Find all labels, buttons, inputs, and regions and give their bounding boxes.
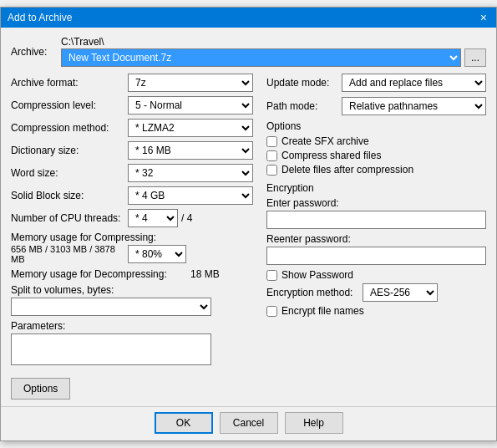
dialog-title: Add to Archive: [8, 12, 72, 23]
archive-format-select[interactable]: 7z zip tar gz: [128, 74, 253, 92]
create-sfx-label[interactable]: Create SFX archive: [281, 135, 369, 147]
memory-decompress-row: Memory usage for Decompressing: 18 MB: [11, 268, 253, 280]
title-bar: Add to Archive ×: [1, 8, 496, 28]
show-password-row: Show Password: [266, 269, 486, 281]
compression-level-row: Compression level: 5 - Normal: [11, 96, 253, 115]
archive-label: Archive:: [11, 46, 61, 58]
update-mode-label: Update mode:: [266, 77, 342, 89]
options-group-label: Options: [266, 120, 486, 132]
solid-block-label: Solid Block size:: [11, 190, 128, 201]
main-columns: Archive format: 7z zip tar gz Compressio…: [11, 74, 486, 400]
show-password-label[interactable]: Show Password: [281, 269, 353, 281]
encryption-group: Encryption Enter password: Reenter passw…: [266, 182, 486, 317]
path-mode-label: Path mode:: [266, 100, 342, 112]
compression-level-label: Compression level:: [11, 99, 128, 111]
delete-after-checkbox[interactable]: [266, 165, 277, 176]
update-mode-row: Update mode: Add and replace files Updat…: [266, 74, 486, 92]
create-sfx-checkbox[interactable]: [266, 136, 277, 147]
encryption-method-label: Encryption method:: [266, 287, 358, 298]
encryption-method-row: Encryption method: AES-256 ZipCrypto: [266, 283, 486, 302]
word-size-label: Word size:: [11, 167, 128, 179]
right-column: Update mode: Add and replace files Updat…: [266, 74, 486, 400]
compress-shared-checkbox[interactable]: [266, 150, 277, 161]
archive-format-label: Archive format:: [11, 77, 128, 89]
compression-method-label: Compression method:: [11, 122, 128, 134]
encrypt-filenames-label[interactable]: Encrypt file names: [281, 305, 364, 317]
compression-method-select[interactable]: * LZMA2: [128, 119, 253, 137]
word-size-select[interactable]: * 32: [128, 164, 253, 182]
add-to-archive-dialog: Add to Archive × Archive: C:\Travel\ New…: [0, 7, 497, 441]
reenter-password-input[interactable]: [266, 247, 486, 265]
encryption-title: Encryption: [266, 182, 486, 194]
encrypt-filenames-row: Encrypt file names: [266, 305, 486, 317]
memory-compress-select[interactable]: * 80%: [128, 245, 186, 263]
delete-after-row: Delete files after compression: [266, 164, 486, 176]
solid-block-row: Solid Block size: * 4 GB: [11, 186, 253, 205]
show-password-checkbox[interactable]: [266, 270, 277, 281]
update-mode-select[interactable]: Add and replace files Update and add fil…: [342, 74, 486, 92]
split-input-row: [11, 298, 253, 316]
browse-button[interactable]: ...: [464, 48, 486, 67]
compression-level-select[interactable]: 5 - Normal: [128, 96, 253, 115]
cpu-threads-select[interactable]: * 4: [128, 209, 178, 227]
compression-method-row: Compression method: * LZMA2: [11, 119, 253, 137]
archive-input-row: New Text Document.7z ...: [61, 48, 486, 67]
memory-compress-numbers: 656 MB / 3103 MB / 3878 MB: [11, 244, 128, 264]
cpu-threads-row: Number of CPU threads: * 4 / 4: [11, 209, 253, 227]
dictionary-size-row: Dictionary size: * 16 MB: [11, 141, 253, 160]
compress-shared-label[interactable]: Compress shared files: [281, 150, 381, 161]
archive-path-box: C:\Travel\ New Text Document.7z ...: [61, 36, 486, 67]
options-group: Options Create SFX archive Compress shar…: [266, 120, 486, 176]
enter-password-label: Enter password:: [266, 197, 486, 209]
create-sfx-row: Create SFX archive: [266, 135, 486, 147]
dictionary-size-label: Dictionary size:: [11, 145, 128, 156]
help-button[interactable]: Help: [285, 412, 343, 434]
params-block: Parameters:: [11, 320, 253, 368]
split-label: Split to volumes, bytes:: [11, 284, 253, 296]
enter-password-input[interactable]: [266, 211, 486, 229]
memory-compress-label: Memory usage for Compressing:: [11, 232, 253, 243]
path-mode-row: Path mode: Relative pathnames Absolute p…: [266, 97, 486, 115]
memory-decompress-value: 18 MB: [190, 268, 220, 280]
dialog-body: Archive: C:\Travel\ New Text Document.7z…: [1, 28, 496, 406]
memory-compress-block: Memory usage for Compressing: 656 MB / 3…: [11, 232, 253, 264]
dictionary-size-select[interactable]: * 16 MB: [128, 141, 253, 160]
solid-block-select[interactable]: * 4 GB: [128, 186, 253, 205]
word-size-row: Word size: * 32: [11, 164, 253, 182]
memory-decompress-label: Memory usage for Decompressing:: [11, 268, 190, 280]
split-row: Split to volumes, bytes:: [11, 284, 253, 316]
encrypt-filenames-checkbox[interactable]: [266, 306, 277, 317]
left-column: Archive format: 7z zip tar gz Compressio…: [11, 74, 253, 400]
compress-shared-row: Compress shared files: [266, 150, 486, 161]
archive-path-prefix: C:\Travel\: [61, 36, 486, 48]
split-select[interactable]: [11, 298, 211, 316]
close-button[interactable]: ×: [478, 12, 489, 23]
params-input[interactable]: [11, 333, 211, 365]
params-label: Parameters:: [11, 320, 253, 332]
encryption-method-select[interactable]: AES-256 ZipCrypto: [363, 283, 438, 302]
memory-compress-value-row: 656 MB / 3103 MB / 3878 MB * 80%: [11, 244, 253, 264]
cpu-threads-label: Number of CPU threads:: [11, 212, 128, 224]
archive-row: Archive: C:\Travel\ New Text Document.7z…: [11, 36, 486, 67]
path-mode-select[interactable]: Relative pathnames Absolute pathnames No…: [342, 97, 486, 115]
cancel-button[interactable]: Cancel: [220, 412, 278, 434]
cpu-of-label: / 4: [181, 212, 192, 224]
ok-button[interactable]: OK: [155, 412, 213, 434]
button-row: OK Cancel Help: [1, 406, 496, 440]
archive-filename-select[interactable]: New Text Document.7z: [61, 48, 461, 67]
archive-format-row: Archive format: 7z zip tar gz: [11, 74, 253, 92]
reenter-password-label: Reenter password:: [266, 233, 486, 245]
options-button[interactable]: Options: [11, 378, 70, 400]
delete-after-label[interactable]: Delete files after compression: [281, 164, 413, 176]
